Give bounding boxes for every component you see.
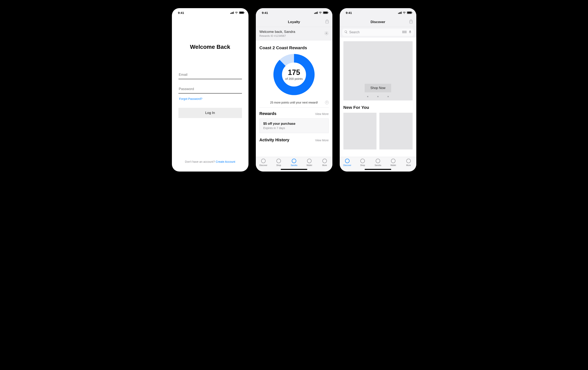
create-account-link[interactable]: Create Account <box>216 160 235 163</box>
tab-shop[interactable]: Shop <box>273 159 285 166</box>
rewards-view-more[interactable]: View More <box>315 112 329 116</box>
discover-body: Shop Now New For You Discover Shop Sandr… <box>340 38 416 171</box>
search-input[interactable]: Search <box>342 29 414 36</box>
nav-bar: Discover <box>340 17 416 27</box>
password-field[interactable] <box>178 85 242 94</box>
home-indicator[interactable] <box>365 169 391 170</box>
svg-rect-5 <box>403 31 404 33</box>
activity-section-header: Activity History View More <box>260 138 329 142</box>
loyalty-body: Welcome back, Sandra Rewards ID #1234567… <box>256 27 332 171</box>
circle-icon <box>360 159 365 163</box>
svg-rect-3 <box>402 31 403 33</box>
tab-more[interactable]: More <box>402 159 415 166</box>
circle-icon <box>376 159 380 163</box>
circle-icon <box>406 159 411 163</box>
loyalty-content: Coast 2 Coast Rewards 175 of 200 points … <box>256 41 332 157</box>
shop-now-button[interactable]: Shop Now <box>365 84 391 92</box>
svg-rect-7 <box>404 31 405 33</box>
loyalty-screen: 9:41 Loyalty Welcome back, Sandra Reward… <box>256 8 332 171</box>
new-for-you-heading: New For You <box>343 105 413 110</box>
help-icon[interactable]: ? <box>325 101 329 104</box>
circle-icon <box>391 159 396 163</box>
login-screen: 9:41 Welcome Back Forgot Password? Log I… <box>172 8 249 171</box>
product-tile[interactable] <box>343 113 377 149</box>
tab-wallet[interactable]: Wallet <box>303 159 315 166</box>
tab-bar: Discover Shop Sandra Wallet More <box>256 157 332 171</box>
login-footer: Don't have an account? Create Account <box>178 160 242 163</box>
status-time: 9:41 <box>346 11 352 14</box>
battery-icon <box>239 11 244 14</box>
home-indicator[interactable] <box>281 169 307 170</box>
tab-sandra[interactable]: Sandra <box>288 159 300 166</box>
mic-icon[interactable] <box>408 30 412 34</box>
rewards-id: Rewards ID #1234567 <box>260 34 295 37</box>
tab-discover[interactable]: Discover <box>341 159 353 166</box>
login-button[interactable]: Log In <box>178 108 242 118</box>
circle-icon <box>322 159 327 163</box>
cellular-signal-icon <box>314 12 318 14</box>
bag-icon[interactable] <box>325 19 329 25</box>
discover-screen: 9:41 Discover Search Shop <box>340 8 416 171</box>
discover-content: Shop Now New For You <box>340 38 416 157</box>
circle-icon <box>345 159 349 163</box>
tab-discover[interactable]: Discover <box>257 159 270 166</box>
points-value: 175 <box>288 69 300 76</box>
program-title: Coast 2 Coast Rewards <box>260 45 329 50</box>
status-bar: 9:41 <box>172 8 249 17</box>
circle-icon <box>292 159 296 163</box>
carousel-dots[interactable] <box>367 96 389 97</box>
gear-icon[interactable] <box>324 31 329 36</box>
cellular-signal-icon <box>230 12 234 14</box>
product-tiles <box>343 113 413 149</box>
product-tile[interactable] <box>379 113 413 149</box>
svg-rect-6 <box>404 31 404 33</box>
activity-view-more[interactable]: View More <box>315 139 329 142</box>
login-title: Welcome Back <box>178 44 242 50</box>
email-field[interactable] <box>178 71 242 79</box>
points-of-total: of 200 points <box>285 77 303 80</box>
battery-icon <box>323 11 328 14</box>
nav-title: Discover <box>371 20 385 24</box>
search-wrap: Search <box>340 27 416 38</box>
status-icons <box>314 11 328 14</box>
progress-row: 25 more points until your next reward! ? <box>260 99 329 108</box>
status-icons <box>398 11 412 14</box>
barcode-icon[interactable] <box>402 30 407 34</box>
no-account-text: Don't have an account? <box>185 160 216 163</box>
reward-expires: Expires in 7 days <box>263 127 325 130</box>
tab-sandra[interactable]: Sandra <box>372 159 384 166</box>
forgot-password-link[interactable]: Forgot Password? <box>178 97 242 100</box>
svg-rect-10 <box>406 31 407 33</box>
search-placeholder: Search <box>349 31 400 34</box>
wifi-icon <box>403 11 406 14</box>
circle-icon <box>276 159 281 163</box>
activity-heading: Activity History <box>260 138 290 142</box>
welcome-bar: Welcome back, Sandra Rewards ID #1234567 <box>256 27 332 41</box>
welcome-name: Welcome back, Sandra <box>260 30 295 34</box>
svg-rect-8 <box>405 31 405 33</box>
cellular-signal-icon <box>398 12 402 14</box>
search-icon <box>344 30 348 34</box>
rewards-heading: Rewards <box>260 111 276 116</box>
battery-icon <box>407 11 412 14</box>
login-body: Welcome Back Forgot Password? Log In Don… <box>172 17 249 171</box>
circle-icon <box>307 159 312 163</box>
wifi-icon <box>319 11 322 14</box>
nav-bar: Loyalty <box>256 17 332 27</box>
tab-wallet[interactable]: Wallet <box>387 159 399 166</box>
status-time: 9:41 <box>178 11 184 14</box>
status-bar: 9:41 <box>256 8 332 17</box>
progress-message: 25 more points until your next reward! <box>270 101 318 104</box>
tab-bar: Discover Shop Sandra Wallet More <box>340 157 416 171</box>
tab-shop[interactable]: Shop <box>357 159 369 166</box>
hero-banner[interactable]: Shop Now <box>343 41 413 100</box>
status-time: 9:41 <box>262 11 268 14</box>
svg-rect-9 <box>406 31 406 33</box>
bag-icon[interactable] <box>409 19 413 25</box>
reward-card[interactable]: $5 off your purchase Expires in 7 days <box>260 118 329 133</box>
points-donut: 175 of 200 points <box>260 53 329 96</box>
tab-more[interactable]: More <box>318 159 331 166</box>
status-bar: 9:41 <box>340 8 416 17</box>
status-icons <box>230 11 244 14</box>
nav-title: Loyalty <box>288 20 300 24</box>
